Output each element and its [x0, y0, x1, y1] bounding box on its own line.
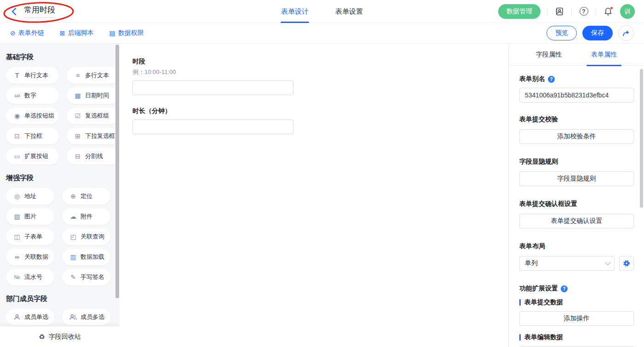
field-item-select[interactable]: 下拉框 [6, 128, 59, 144]
field-item-label: 多行文本 [85, 71, 109, 80]
data-permission-icon [109, 29, 115, 37]
field-item-serial-number[interactable]: 流水号 [6, 269, 54, 285]
address-icon [12, 193, 22, 200]
canvas-field-time-range[interactable]: 时段 例：10:00-11:00 [132, 57, 508, 95]
attachment-icon [69, 213, 78, 220]
panel-scrollbar[interactable] [640, 69, 643, 208]
field-item-single-text[interactable]: 单行文本 [6, 67, 59, 84]
main-area: 基础字段 单行文本 多行文本 数字 日期时间 单选按钮组 复选框组 下拉框 下拉… [0, 44, 644, 347]
field-item-label: 子表单 [24, 233, 42, 241]
recycle-icon [39, 333, 45, 341]
field-item-radio-group[interactable]: 单选按钮组 [6, 108, 59, 124]
field-recycle-bin[interactable]: 字段回收站 [0, 326, 120, 347]
properties-panel: 字段属性 表单属性 表单别名 ? 表单提交校验 添加校验条件 字段显隐规则 字段… [508, 44, 644, 347]
tab-field-properties[interactable]: 字段属性 [536, 44, 562, 66]
field-item-expand-button[interactable]: 扩展按钮 [6, 148, 59, 165]
tab-form-properties[interactable]: 表单属性 [591, 44, 617, 66]
field-item-data-load[interactable]: 数据加载 [62, 249, 110, 265]
field-item-label: 下拉框 [24, 132, 42, 140]
field-item-subform[interactable]: 子表单 [6, 228, 54, 245]
field-item-number[interactable]: 数字 [6, 87, 59, 104]
field-item-multi-text[interactable]: 多行文本 [67, 67, 120, 84]
gear-icon [623, 260, 630, 267]
backend-script-link[interactable]: 后端脚本 [60, 29, 94, 37]
field-item-image[interactable]: 图片 [6, 208, 54, 225]
toolbar-actions: 预览 保存 [546, 25, 634, 41]
header: 常用时段 表单设计 表单设置 数据管理 ? [0, 0, 644, 23]
notification-bell-icon[interactable] [603, 6, 614, 17]
field-item-label: 手写签名 [80, 273, 104, 281]
field-item-label: 流水号 [24, 273, 42, 281]
form-external-link[interactable]: 表单外链 [10, 29, 44, 37]
tool-link-label: 表单外链 [18, 29, 44, 37]
label-text: 功能扩展设置 [519, 284, 558, 293]
panel-tabs: 字段属性 表单属性 [509, 44, 644, 66]
field-item-divider[interactable]: 分割线 [67, 148, 120, 165]
form-layout-select[interactable]: 单列 [519, 256, 615, 271]
subform-icon [12, 233, 22, 240]
divider-icon [73, 153, 82, 160]
field-hint: 例：10:00-11:00 [132, 68, 508, 76]
add-check-condition-button[interactable]: 添加校验条件 [519, 129, 634, 144]
submit-data-add-action-button[interactable]: 添加操作 [519, 311, 634, 326]
field-item-linked-data[interactable]: 关联数据 [6, 249, 54, 265]
field-item-label: 下拉复选框 [85, 132, 115, 140]
tab-form-settings[interactable]: 表单设置 [335, 0, 363, 23]
field-item-location[interactable]: 定位 [62, 188, 110, 205]
form-canvas[interactable]: 时段 例：10:00-11:00 时长（分钟） [120, 44, 508, 347]
field-item-label: 单选按钮组 [24, 112, 54, 120]
help-icon[interactable]: ? [561, 285, 568, 292]
expand-button-icon [12, 153, 22, 160]
field-item-linked-query[interactable]: 关联查询 [62, 228, 110, 245]
field-item-attachment[interactable]: 附件 [62, 208, 110, 225]
backend-script-icon [60, 29, 65, 37]
field-item-signature[interactable]: 手写签名 [62, 269, 110, 285]
help-icon[interactable]: ? [578, 6, 589, 17]
form-alias-input[interactable] [519, 88, 634, 102]
help-icon[interactable]: ? [548, 76, 555, 83]
secondary-toolbar: 表单外链 后端脚本 数据权限 预览 保存 [0, 23, 644, 44]
back-button[interactable] [9, 6, 19, 17]
field-item-checkbox-group[interactable]: 复选框组 [67, 108, 120, 124]
submit-confirm-settings-button[interactable]: 表单提交确认设置 [519, 214, 634, 228]
avatar[interactable]: 训 [620, 4, 635, 19]
duration-input[interactable] [132, 119, 293, 134]
confirm-box-label: 表单提交确认框设置 [519, 200, 634, 208]
sidebar-scrollbar[interactable] [115, 45, 119, 298]
submit-data-label: 表单提交数据 [519, 298, 634, 307]
field-item-address[interactable]: 地址 [6, 188, 54, 205]
image-icon [12, 213, 22, 220]
field-sidebar: 基础字段 单行文本 多行文本 数字 日期时间 单选按钮组 复选框组 下拉框 下拉… [0, 44, 120, 347]
section-title-enhanced-fields: 增强字段 [6, 174, 110, 182]
share-button[interactable] [618, 25, 634, 41]
visibility-rule-button[interactable]: 字段显隐规则 [519, 171, 634, 186]
page-title[interactable]: 常用时段 [24, 5, 55, 18]
tab-form-design[interactable]: 表单设计 [281, 0, 309, 23]
field-item-member-single[interactable]: 成员单选 [6, 309, 54, 325]
member-multi-icon [69, 314, 78, 320]
field-item-member-multi[interactable]: 成员多选 [62, 309, 110, 325]
time-range-input[interactable] [132, 80, 293, 95]
divider [547, 8, 547, 15]
header-tabs: 表单设计 表单设置 [281, 0, 363, 23]
canvas-field-duration[interactable]: 时长（分钟） [132, 107, 508, 134]
field-item-multi-select[interactable]: 下拉复选框 [67, 128, 120, 144]
layout-settings-button[interactable] [619, 256, 634, 271]
field-label: 时长（分钟） [132, 107, 508, 115]
save-button[interactable]: 保存 [582, 26, 613, 40]
single-text-icon [12, 72, 22, 79]
field-label: 时段 [132, 57, 508, 66]
field-item-label: 数据加载 [80, 253, 104, 261]
field-item-datetime[interactable]: 日期时间 [67, 87, 120, 104]
header-actions: 数据管理 ? 训 [498, 4, 635, 19]
multi-select-icon [73, 132, 82, 140]
preview-button[interactable]: 预览 [546, 26, 577, 40]
data-manage-button[interactable]: 数据管理 [498, 4, 540, 19]
field-item-label: 数字 [24, 91, 36, 100]
share-arrow-icon [622, 29, 630, 37]
field-item-label: 成员多选 [80, 313, 104, 321]
notification-dot [610, 6, 613, 10]
submit-check-label: 表单提交校验 [519, 115, 634, 124]
data-permission-link[interactable]: 数据权限 [109, 29, 144, 37]
contact-book-icon[interactable] [554, 6, 565, 17]
